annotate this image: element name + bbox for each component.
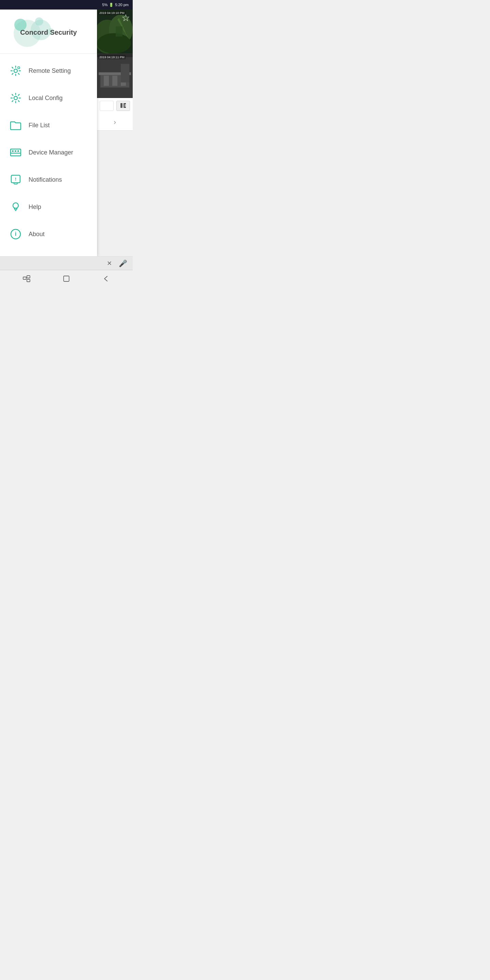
drawer-menu: Remote Setting Local Config: [0, 54, 97, 256]
drawer-header: Concord Security: [0, 10, 97, 54]
svg-rect-9: [11, 149, 21, 156]
status-icons: 5% 🔋 5:20 pm: [102, 3, 129, 7]
svg-rect-13: [18, 150, 19, 152]
svg-text:i: i: [15, 231, 16, 237]
svg-point-5: [14, 69, 18, 73]
about-label: About: [29, 231, 45, 238]
camera-feed-2: 2019 04:19:11 PM: [97, 54, 133, 98]
keyboard-close-button[interactable]: ✕: [107, 259, 112, 267]
svg-rect-43: [64, 276, 69, 282]
star-button[interactable]: ☆: [121, 12, 130, 24]
svg-rect-42: [27, 279, 30, 282]
notifications-label: Notifications: [29, 176, 62, 183]
back-button[interactable]: [98, 272, 115, 285]
svg-rect-30: [112, 76, 118, 86]
file-list-label: File List: [29, 122, 50, 129]
drawer: Concord Security: [0, 10, 97, 256]
info-icon: i: [8, 227, 23, 242]
video-search-box[interactable]: [100, 101, 114, 111]
device-icon: [8, 145, 23, 160]
keyboard-bar: ✕ 🎤: [0, 256, 133, 270]
svg-marker-39: [124, 107, 126, 108]
camera-image-2: [97, 54, 133, 98]
sidebar-item-about[interactable]: i About: [0, 221, 97, 248]
keyboard-mic-button[interactable]: 🎤: [119, 259, 127, 267]
device-manager-label: Device Manager: [29, 149, 73, 156]
gear-remote-icon: [8, 63, 23, 78]
svg-rect-33: [121, 64, 129, 83]
svg-text:!: !: [15, 177, 16, 182]
svg-rect-11: [12, 150, 14, 152]
gear-local-icon: [8, 91, 23, 105]
battery-text: 5%: [102, 3, 108, 7]
svg-rect-26: [116, 27, 123, 37]
bulb-icon: [8, 199, 23, 215]
video-controls: [97, 98, 133, 114]
sidebar-item-remote-setting[interactable]: Remote Setting: [0, 57, 97, 84]
svg-point-8: [14, 96, 18, 100]
camera-timestamp-2: 2019 04:19:11 PM: [98, 55, 126, 59]
battery-icon: 🔋: [109, 3, 114, 7]
empty-area: [97, 130, 133, 256]
svg-point-16: [13, 203, 18, 208]
status-bar: 5% 🔋 5:20 pm: [0, 0, 133, 10]
screen: 5% 🔋 5:20 pm Concord Security: [0, 0, 133, 287]
sidebar-item-help[interactable]: Help: [0, 193, 97, 221]
bottom-area: ✕ 🎤: [0, 256, 133, 287]
svg-point-24: [97, 33, 131, 53]
sidebar-item-notifications[interactable]: ! Notifications: [0, 166, 97, 193]
nav-bar: [0, 270, 133, 287]
main-area: Concord Security: [0, 10, 133, 256]
help-label: Help: [29, 204, 41, 211]
right-panel: ☆ 2019 04:19:10 PM: [97, 10, 133, 256]
svg-rect-40: [23, 277, 26, 279]
app-title: Concord Security: [20, 29, 77, 37]
bell-alert-icon: !: [8, 172, 23, 187]
svg-rect-29: [104, 76, 109, 86]
svg-point-3: [35, 18, 43, 25]
nav-arrow[interactable]: ›: [97, 114, 133, 130]
svg-rect-35: [121, 103, 123, 108]
time-text: 5:20 pm: [115, 3, 129, 7]
sidebar-item-device-manager[interactable]: Device Manager: [0, 139, 97, 166]
recent-apps-button[interactable]: [18, 272, 35, 285]
local-config-label: Local Config: [29, 95, 63, 102]
svg-rect-41: [27, 275, 30, 278]
video-play-button[interactable]: [116, 101, 130, 111]
folder-icon: [8, 118, 23, 133]
home-button[interactable]: [58, 272, 75, 285]
remote-setting-label: Remote Setting: [29, 67, 71, 75]
svg-rect-12: [14, 150, 16, 152]
svg-marker-37: [124, 103, 126, 105]
sidebar-item-file-list[interactable]: File List: [0, 111, 97, 139]
sidebar-item-local-config[interactable]: Local Config: [0, 84, 97, 111]
